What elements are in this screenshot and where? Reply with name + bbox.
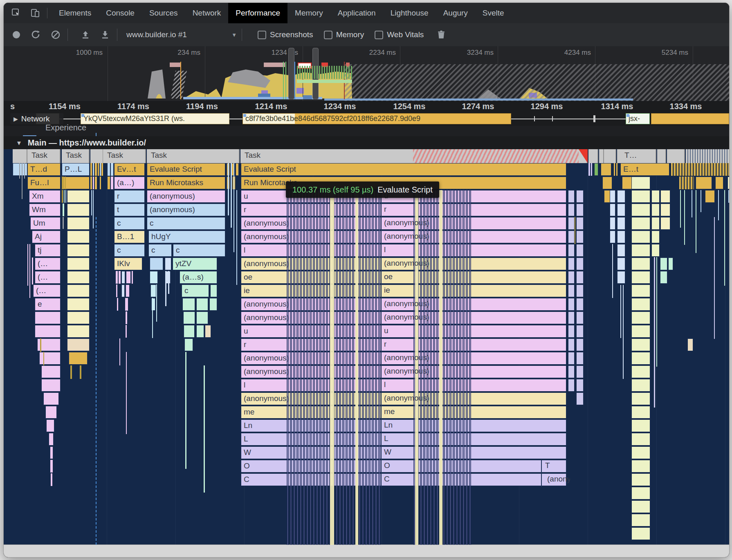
flame-bar[interactable]: (a…s) — [180, 271, 217, 284]
flame-bar[interactable]: E…t — [620, 163, 669, 176]
tab-augury[interactable]: Augury — [436, 3, 475, 23]
task-header[interactable] — [599, 149, 604, 163]
target-select[interactable]: www.builder.io #1 ▼ — [126, 30, 237, 39]
flame-bar[interactable] — [46, 419, 54, 432]
flame-bar[interactable] — [95, 163, 97, 176]
flame-bar[interactable] — [43, 392, 59, 405]
flame-bar[interactable] — [41, 365, 61, 378]
flame-bar[interactable]: Ev…t — [114, 163, 145, 176]
flame-bar[interactable]: c — [147, 217, 225, 230]
flame-bar[interactable] — [588, 163, 590, 176]
task-header[interactable]: Task — [147, 149, 240, 163]
flame-bar[interactable] — [568, 365, 575, 378]
task-header[interactable] — [588, 149, 598, 163]
flame-bar[interactable] — [67, 190, 90, 203]
flame-bar[interactable] — [568, 325, 575, 338]
flame-bar[interactable] — [576, 325, 584, 338]
disclosure-triangle-icon[interactable]: ▶ — [13, 116, 18, 122]
task-header[interactable]: Task — [103, 149, 146, 163]
flame-bar[interactable] — [728, 177, 729, 189]
flame-bar[interactable] — [576, 365, 584, 378]
flame-bar[interactable] — [568, 258, 575, 270]
flame-bar[interactable] — [614, 163, 615, 176]
flame-bar[interactable] — [108, 177, 110, 189]
flame-bar[interactable] — [631, 487, 650, 500]
flame-bar[interactable] — [49, 433, 54, 446]
flame-bar[interactable] — [108, 163, 110, 176]
flame-bar[interactable] — [660, 217, 670, 230]
flame-bar[interactable] — [631, 406, 650, 419]
flame-bar[interactable] — [631, 325, 650, 338]
flame-bar[interactable] — [35, 325, 61, 338]
flame-bar[interactable]: (anonymous) — [147, 190, 225, 203]
flame-bar[interactable] — [617, 217, 625, 230]
flame-bar[interactable] — [576, 379, 584, 392]
flame-bar[interactable] — [121, 284, 125, 297]
flame-bar[interactable] — [45, 406, 57, 419]
task-header[interactable] — [13, 149, 27, 163]
flame-bar[interactable] — [610, 217, 615, 230]
flame-bar[interactable] — [568, 204, 575, 216]
flame-bar[interactable] — [568, 284, 575, 297]
flame-bar[interactable] — [182, 298, 195, 311]
flame-bar[interactable] — [50, 446, 53, 459]
flame-bar[interactable]: (anonymous) — [147, 204, 225, 216]
flame-bar[interactable] — [568, 338, 575, 351]
flame-bar[interactable] — [67, 298, 90, 311]
tab-network[interactable]: Network — [185, 3, 229, 23]
flame-bar[interactable] — [631, 419, 650, 432]
flame-bar[interactable] — [651, 231, 660, 243]
network-request[interactable]: c8f7fe3b0e41be846d5687592cf2018ff6e22687… — [243, 113, 511, 124]
network-track-label[interactable]: ▶ Network — [10, 113, 63, 124]
flame-bar[interactable]: Evaluate Script — [147, 163, 225, 176]
flame-bar[interactable] — [668, 258, 673, 270]
tab-sources[interactable]: Sources — [142, 3, 185, 23]
flame-bar[interactable] — [90, 177, 92, 189]
flame-bar[interactable] — [39, 352, 61, 365]
flame-bar[interactable] — [631, 433, 650, 446]
flame-bar[interactable] — [631, 379, 650, 392]
flame-bar[interactable] — [117, 298, 118, 311]
flame-bar[interactable] — [150, 271, 158, 284]
checkbox-box[interactable] — [258, 31, 266, 39]
checkbox-memory[interactable]: Memory — [324, 30, 364, 39]
task-header[interactable] — [686, 149, 729, 163]
flame-bar[interactable] — [594, 163, 598, 176]
flame-bar[interactable] — [126, 271, 131, 284]
flame-bar[interactable]: (a…) — [114, 177, 145, 189]
flame-bar[interactable] — [568, 311, 575, 324]
flame-bar[interactable] — [184, 338, 193, 351]
tab-svelte[interactable]: Svelte — [475, 3, 512, 23]
checkbox-box[interactable] — [375, 31, 383, 39]
tab-application[interactable]: Application — [330, 3, 383, 23]
flame-bar[interactable] — [631, 244, 650, 257]
flame-bar[interactable] — [111, 177, 113, 189]
flame-bar[interactable] — [576, 284, 584, 297]
flame-bar[interactable]: Evaluate Script — [241, 163, 566, 176]
task-header[interactable] — [604, 149, 616, 163]
flame-bar[interactable]: (… — [35, 271, 61, 284]
flame-bar[interactable] — [236, 163, 239, 176]
flame-bar[interactable]: Xm — [29, 190, 61, 203]
save-profile-icon[interactable] — [98, 28, 112, 42]
flame-bar[interactable] — [617, 258, 625, 270]
flame-bar[interactable] — [631, 460, 650, 473]
flame-bar[interactable] — [576, 244, 584, 257]
flame-bar[interactable] — [617, 271, 625, 284]
tab-performance[interactable]: Performance — [228, 3, 287, 23]
flame-bar[interactable]: IKlv — [114, 258, 142, 270]
flame-bar[interactable]: B…1 — [114, 231, 145, 243]
flame-bar[interactable] — [576, 204, 584, 216]
flame-bar[interactable] — [651, 190, 660, 203]
tab-memory[interactable]: Memory — [287, 3, 330, 23]
flame-bar[interactable] — [631, 190, 650, 203]
flame-bar[interactable] — [111, 163, 113, 176]
flame-bar[interactable] — [126, 284, 130, 297]
flame-bar[interactable] — [576, 217, 584, 230]
flame-bar[interactable]: c — [182, 284, 209, 297]
flame-bar[interactable] — [715, 177, 723, 189]
flame-bar[interactable] — [50, 460, 53, 473]
flame-bar[interactable] — [576, 271, 584, 284]
flame-bar[interactable] — [576, 190, 584, 203]
timeline-overview[interactable]: 1000 ms234 ms1234 ms2234 ms3234 ms4234 m… — [4, 46, 729, 101]
